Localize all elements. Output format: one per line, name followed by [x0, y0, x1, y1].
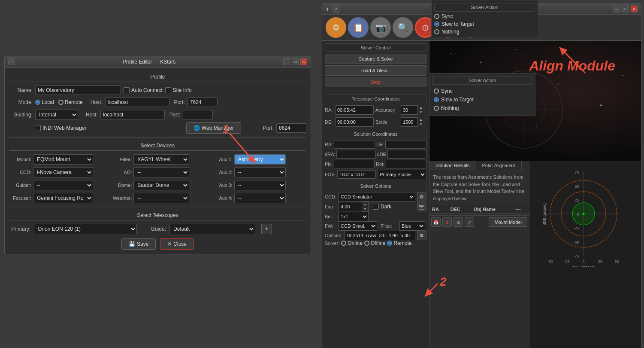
aux3-select[interactable]: --: [234, 180, 286, 190]
mode-remote-radio[interactable]: [58, 100, 63, 105]
sync-panel-option[interactable]: Sync: [434, 88, 531, 94]
ekos-minimize-btn[interactable]: —: [614, 6, 620, 12]
mount-select[interactable]: EQMod Mount: [33, 154, 93, 165]
settle-up[interactable]: ▲: [418, 117, 424, 122]
guider-select[interactable]: --: [33, 180, 93, 190]
settle-down[interactable]: ▼: [418, 122, 424, 127]
sol-dra-input[interactable]: [336, 150, 375, 159]
calendar-btn[interactable]: 📅: [431, 217, 441, 227]
guiding-port-input[interactable]: [183, 110, 213, 119]
exp-input[interactable]: [339, 202, 362, 211]
ccd-device-select[interactable]: i-Nova Camera: [33, 167, 93, 177]
save-button[interactable]: 💾 Save: [121, 238, 156, 250]
grid-btn[interactable]: ⊞: [454, 217, 463, 227]
site-info-checkbox-item[interactable]: Site Info: [165, 87, 192, 93]
fov-input[interactable]: [337, 170, 376, 179]
capture-solve-btn[interactable]: Capture & Solve: [325, 54, 426, 64]
remote-radio[interactable]: [387, 241, 392, 246]
slew-panel-radio[interactable]: [434, 97, 439, 102]
ekos-close-btn[interactable]: ✕: [631, 6, 638, 12]
ccd-opt-select[interactable]: CCD Simulator: [339, 192, 415, 201]
load-slew-btn[interactable]: Load & Slew...: [325, 65, 426, 76]
aux2-select[interactable]: --: [234, 167, 286, 177]
dome-select[interactable]: Baader Dome: [133, 180, 189, 190]
accuracy-input[interactable]: [401, 105, 418, 115]
maximize-btn[interactable]: ▭: [292, 58, 299, 65]
sync-option[interactable]: Sync: [434, 13, 535, 19]
ao-select[interactable]: --: [133, 167, 189, 177]
name-input[interactable]: [35, 85, 121, 95]
slew-to-target-option[interactable]: Slew to Target: [434, 21, 535, 27]
aux1-select[interactable]: Astrometry: [234, 154, 286, 165]
offline-option[interactable]: Offline: [364, 240, 385, 246]
ekos-maximize-btn[interactable]: ▭: [622, 6, 629, 12]
mode-local-radio[interactable]: [35, 100, 40, 105]
fw-select[interactable]: CCD Simul.: [339, 221, 377, 231]
sync-panel-radio[interactable]: [434, 89, 439, 94]
accuracy-up[interactable]: ▲: [418, 105, 424, 110]
offline-radio[interactable]: [364, 241, 369, 246]
solution-results-tab[interactable]: Solution Results: [429, 161, 476, 170]
primary-scope-select[interactable]: Orion EON 120 (1): [34, 224, 137, 234]
ekos-help-btn[interactable]: ?: [333, 6, 339, 12]
online-option[interactable]: Online: [341, 240, 363, 246]
expand-btn[interactable]: ⤢: [465, 217, 474, 227]
nothing-option[interactable]: Nothing: [434, 29, 535, 35]
remote-option[interactable]: Remote: [387, 240, 411, 246]
wrench-tool-btn[interactable]: ⚙: [326, 17, 346, 38]
sol-rot-input[interactable]: [386, 160, 426, 168]
polar-alignment-tab[interactable]: Polar Alignment: [476, 161, 522, 170]
guiding-select[interactable]: Internal: [35, 110, 78, 120]
filter-select[interactable]: XAGYL Wheel: [133, 154, 189, 165]
auto-connect-checkbox-item[interactable]: Auto Connect: [124, 87, 163, 93]
camera-tool-btn[interactable]: 📷: [370, 17, 391, 38]
filter-opt-select[interactable]: Blue: [399, 221, 425, 231]
port-input[interactable]: [187, 98, 218, 107]
planner-tool-btn[interactable]: 📋: [348, 17, 369, 38]
guide-scope-select[interactable]: Default: [169, 224, 255, 234]
close-button[interactable]: ✕ Close: [160, 238, 194, 250]
minimize-btn[interactable]: —: [283, 58, 290, 65]
ekos-drag-btn[interactable]: ⬆: [326, 6, 331, 12]
de-input[interactable]: [335, 117, 374, 127]
nothing-panel-option[interactable]: Nothing: [434, 105, 531, 111]
guiding-host-input[interactable]: [100, 110, 165, 119]
weather-select[interactable]: --: [133, 193, 189, 203]
slew-panel-option[interactable]: Slew to Target: [434, 97, 531, 103]
search-tool-btn[interactable]: 🔍: [393, 17, 413, 38]
sol-dde-input[interactable]: [387, 150, 426, 159]
mode-local-option[interactable]: Local: [35, 99, 54, 105]
focuser-select[interactable]: Gemini Focusing Rotator: [33, 193, 93, 203]
add-scope-btn[interactable]: +: [261, 224, 272, 234]
online-radio[interactable]: [341, 241, 346, 246]
ra-input[interactable]: [335, 105, 374, 115]
dark-checkbox-item[interactable]: Dark: [373, 204, 391, 210]
settle-input[interactable]: [401, 117, 418, 127]
sol-de-input[interactable]: [385, 140, 426, 149]
primary-scope-select-sol[interactable]: Primary Scope: [378, 170, 426, 179]
aux4-select[interactable]: --: [234, 193, 286, 203]
auto-connect-checkbox[interactable]: [124, 87, 130, 93]
bin-select[interactable]: 1x1: [339, 212, 369, 221]
close-window-btn[interactable]: ✕: [300, 58, 307, 65]
sol-ra-input[interactable]: [334, 140, 375, 149]
web-manager-btn[interactable]: 🌐 Web Manager: [186, 122, 241, 134]
web-port-input[interactable]: [276, 123, 306, 133]
slew-radio[interactable]: [434, 21, 439, 27]
stop-btn[interactable]: Stop: [325, 77, 426, 87]
nothing-radio[interactable]: [434, 29, 439, 34]
indi-checkbox[interactable]: [35, 125, 41, 131]
exp-up[interactable]: ▲: [362, 202, 368, 207]
dark-settings-btn[interactable]: 📷: [417, 202, 426, 211]
options-input[interactable]: [344, 231, 415, 240]
indi-checkbox-item[interactable]: INDI Web Manager: [35, 125, 87, 131]
nothing-panel-radio[interactable]: [434, 106, 439, 111]
accuracy-down[interactable]: ▼: [418, 110, 424, 115]
site-info-checkbox[interactable]: [165, 87, 171, 93]
stop-circle-btn[interactable]: ⊗: [442, 217, 452, 227]
mount-model-btn[interactable]: Mount Model: [489, 217, 527, 227]
sync-radio[interactable]: [434, 14, 439, 19]
help-btn[interactable]: ?: [8, 58, 15, 65]
sol-pix-input[interactable]: [334, 160, 375, 168]
options-settings-btn[interactable]: ⚙: [417, 231, 426, 240]
